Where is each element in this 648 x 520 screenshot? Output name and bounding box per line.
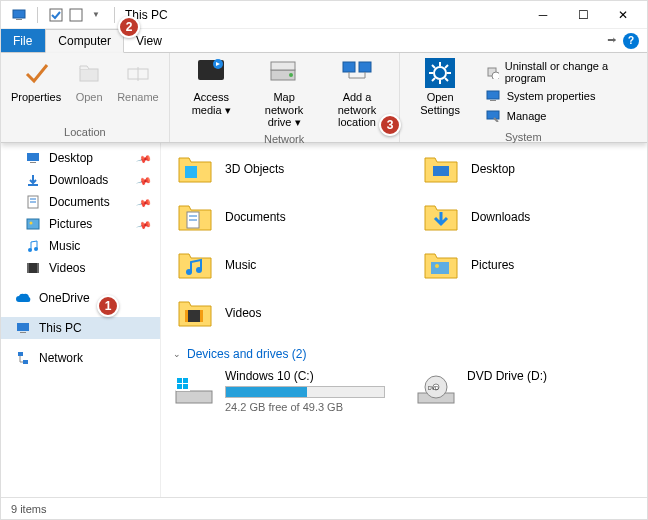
manage-icon <box>485 108 501 124</box>
svg-rect-33 <box>30 162 36 163</box>
map-network-drive-button[interactable]: Map network drive ▾ <box>249 55 320 131</box>
checkbox-checked-icon[interactable] <box>48 7 64 23</box>
close-button[interactable]: ✕ <box>603 1 643 29</box>
svg-rect-60 <box>200 310 203 322</box>
folder-desktop[interactable]: Desktop <box>419 149 635 189</box>
ribbon-group-location: Properties Open Rename Location <box>1 53 170 142</box>
network-icon <box>15 350 31 366</box>
drive-c-usage-bar <box>225 386 385 398</box>
checkbox-icon[interactable] <box>68 7 84 23</box>
svg-rect-29 <box>487 91 499 99</box>
status-bar: 9 items <box>1 497 647 519</box>
access-media-button[interactable]: Access media ▾ <box>176 55 247 131</box>
annotation-3: 3 <box>379 114 401 136</box>
svg-rect-13 <box>359 62 371 72</box>
group-label-system: System <box>406 129 642 145</box>
3d-objects-icon <box>175 151 215 187</box>
folder-music[interactable]: Music <box>173 245 389 285</box>
sidebar-item-pictures[interactable]: Pictures📌 <box>1 213 160 235</box>
desktop-folder-icon <box>421 151 461 187</box>
folder-downloads[interactable]: Downloads <box>419 197 635 237</box>
svg-rect-48 <box>23 360 28 364</box>
properties-button[interactable]: Properties <box>7 55 65 124</box>
open-settings-button[interactable]: Open Settings <box>406 55 475 129</box>
minimize-ribbon-icon[interactable]: ⮕ <box>607 35 617 46</box>
uninstall-program-button[interactable]: Uninstall or change a program <box>483 59 635 85</box>
navigation-pane: Desktop📌 Downloads📌 Documents📌 Pictures📌… <box>1 143 161 497</box>
checkmark-icon <box>20 57 52 89</box>
dvd-drive-icon: DVD <box>415 369 457 411</box>
system-properties-button[interactable]: System properties <box>483 87 635 105</box>
sidebar-item-network[interactable]: Network <box>1 347 160 369</box>
music-folder-icon <box>175 247 215 283</box>
svg-text:DVD: DVD <box>428 385 439 391</box>
tab-file[interactable]: File <box>1 29 45 52</box>
svg-point-41 <box>34 247 38 251</box>
group-label-location: Location <box>7 124 163 140</box>
svg-rect-2 <box>50 9 62 21</box>
item-count: 9 items <box>11 503 46 515</box>
open-button[interactable]: Open <box>67 55 111 124</box>
dropdown-icon[interactable]: ▼ <box>88 7 104 23</box>
svg-rect-4 <box>80 69 98 81</box>
group-label-network: Network <box>176 131 393 147</box>
ribbon-group-network: Access media ▾ Map network drive ▾ Add a… <box>170 53 400 142</box>
sidebar-item-desktop[interactable]: Desktop📌 <box>1 147 160 169</box>
maximize-button[interactable]: ☐ <box>563 1 603 29</box>
folder-documents[interactable]: Documents <box>173 197 389 237</box>
onedrive-icon <box>15 290 31 306</box>
svg-rect-49 <box>185 166 197 178</box>
sidebar-item-documents[interactable]: Documents📌 <box>1 191 160 213</box>
drive-c[interactable]: Windows 10 (C:) 24.2 GB free of 49.3 GB <box>173 369 385 413</box>
drive-c-name: Windows 10 (C:) <box>225 369 385 383</box>
svg-rect-66 <box>183 384 188 389</box>
svg-rect-32 <box>27 153 39 161</box>
network-location-icon <box>341 57 373 89</box>
desktop-icon <box>25 150 41 166</box>
sidebar-item-downloads[interactable]: Downloads📌 <box>1 169 160 191</box>
minimize-button[interactable]: ─ <box>523 1 563 29</box>
help-icon[interactable]: ? <box>623 33 639 49</box>
quick-access-toolbar: ▼ <box>5 7 121 23</box>
folder-videos[interactable]: Videos <box>173 293 389 333</box>
monitor-icon <box>15 320 31 336</box>
svg-rect-50 <box>433 166 449 176</box>
manage-button[interactable]: Manage <box>483 107 635 125</box>
media-icon <box>195 57 227 89</box>
rename-button[interactable]: Rename <box>113 55 163 124</box>
annotation-1: 1 <box>97 295 119 317</box>
pictures-folder-icon <box>421 247 461 283</box>
svg-point-11 <box>289 73 293 77</box>
svg-rect-38 <box>27 219 39 229</box>
svg-rect-56 <box>431 262 449 274</box>
pictures-icon <box>25 216 41 232</box>
svg-rect-45 <box>17 323 29 331</box>
folder-pictures[interactable]: Pictures <box>419 245 635 285</box>
pin-icon: 📌 <box>136 194 152 210</box>
svg-point-54 <box>186 269 192 275</box>
ribbon-group-system: Open Settings Uninstall or change a prog… <box>400 53 648 142</box>
devices-header[interactable]: ⌄ Devices and drives (2) <box>173 347 635 361</box>
tab-computer[interactable]: Computer <box>45 29 124 53</box>
title-bar: ▼ This PC ─ ☐ ✕ <box>1 1 647 29</box>
drive-d[interactable]: DVD DVD Drive (D:) <box>415 369 547 413</box>
svg-rect-59 <box>185 310 188 322</box>
svg-rect-3 <box>70 9 82 21</box>
svg-rect-31 <box>487 111 499 119</box>
svg-point-28 <box>492 72 499 79</box>
svg-rect-44 <box>37 263 39 273</box>
sidebar-item-music[interactable]: Music <box>1 235 160 257</box>
svg-rect-64 <box>183 378 188 383</box>
folder-3d-objects[interactable]: 3D Objects <box>173 149 389 189</box>
svg-rect-30 <box>490 100 496 101</box>
open-folder-icon <box>73 57 105 89</box>
svg-rect-61 <box>176 391 212 403</box>
drive-network-icon <box>268 57 300 89</box>
content-area: Desktop📌 Downloads📌 Documents📌 Pictures📌… <box>1 143 647 497</box>
sidebar-item-videos[interactable]: Videos <box>1 257 160 279</box>
svg-rect-1 <box>16 19 22 20</box>
sidebar-item-this-pc[interactable]: This PC <box>1 317 160 339</box>
windows-drive-icon <box>173 369 215 411</box>
sidebar-item-onedrive[interactable]: OneDrive <box>1 287 160 309</box>
svg-rect-65 <box>177 384 182 389</box>
